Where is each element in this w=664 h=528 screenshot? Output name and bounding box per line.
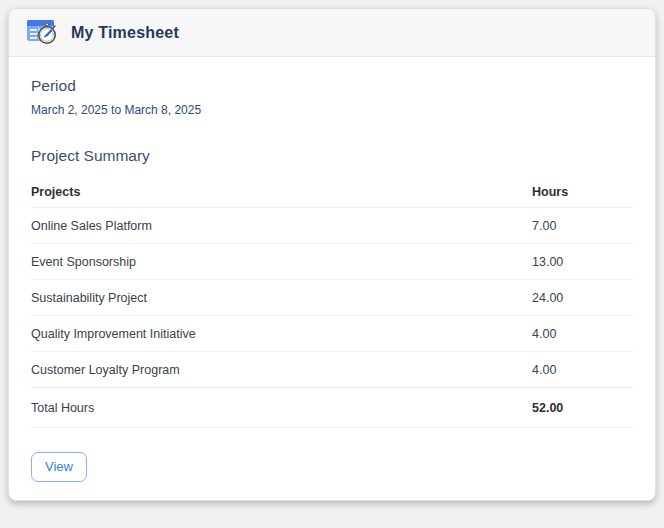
timesheet-calendar-stopwatch-icon (25, 16, 59, 50)
total-row: Total Hours 52.00 (31, 388, 633, 428)
view-button[interactable]: View (31, 452, 87, 482)
period-heading: Period (31, 77, 633, 95)
total-hours: 52.00 (532, 401, 633, 415)
hours-column-header: Hours (532, 185, 633, 199)
project-hours: 13.00 (532, 255, 633, 269)
project-hours: 24.00 (532, 291, 633, 305)
projects-column-header: Projects (31, 185, 532, 199)
table-row: Quality Improvement Initiative 4.00 (31, 316, 633, 352)
page-title: My Timesheet (71, 24, 179, 42)
project-hours: 4.00 (532, 327, 633, 341)
table-row: Online Sales Platform 7.00 (31, 208, 633, 244)
table-row: Sustainability Project 24.00 (31, 280, 633, 316)
project-summary-table: Projects Hours Online Sales Platform 7.0… (31, 177, 633, 428)
project-name: Online Sales Platform (31, 219, 532, 233)
project-name: Customer Loyalty Program (31, 363, 532, 377)
project-hours: 4.00 (532, 363, 633, 377)
my-timesheet-card: My Timesheet Period March 2, 2025 to Mar… (8, 8, 656, 501)
project-hours: 7.00 (532, 219, 633, 233)
table-row: Event Sponsorship 13.00 (31, 244, 633, 280)
project-name: Sustainability Project (31, 291, 532, 305)
table-header-row: Projects Hours (31, 177, 633, 208)
period-range: March 2, 2025 to March 8, 2025 (31, 103, 633, 117)
project-summary-heading: Project Summary (31, 147, 633, 165)
project-name: Quality Improvement Initiative (31, 327, 532, 341)
card-body: Period March 2, 2025 to March 8, 2025 Pr… (9, 57, 655, 500)
total-label: Total Hours (31, 401, 532, 415)
project-name: Event Sponsorship (31, 255, 532, 269)
table-row: Customer Loyalty Program 4.00 (31, 352, 633, 388)
page: My Timesheet Period March 2, 2025 to Mar… (0, 0, 664, 509)
card-header: My Timesheet (9, 9, 655, 57)
